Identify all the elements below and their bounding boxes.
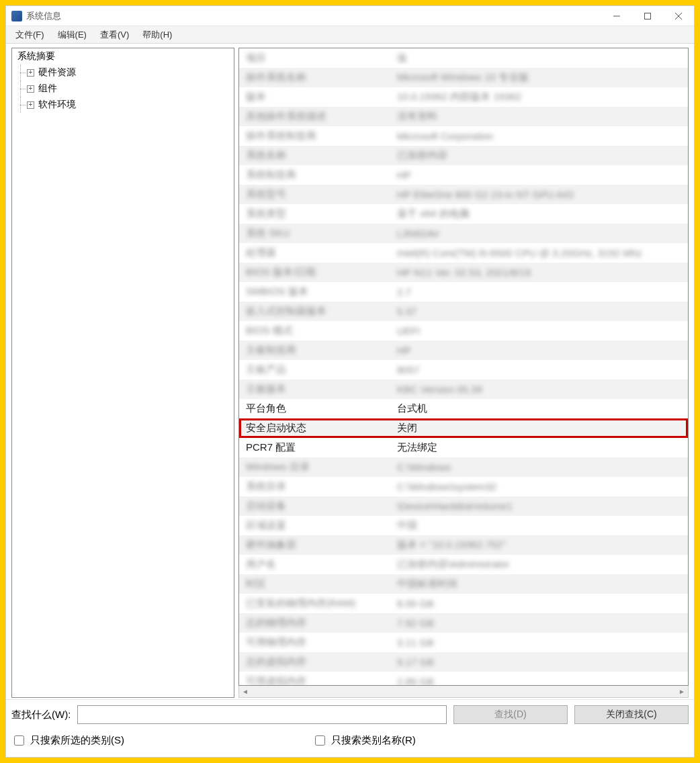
row-value: C:\Windows: [390, 457, 688, 477]
row-value: HP: [390, 165, 688, 185]
row-value: HP EliteOne 800 G2 23-in NT GPU AIO: [390, 185, 688, 204]
expand-icon[interactable]: +: [27, 85, 34, 93]
table-row[interactable]: 处理器Intel(R) Core(TM) i5-6500 CPU @ 3.20G…: [239, 243, 688, 263]
row-value: 版本 = "10.0.19362.752": [390, 535, 688, 555]
table-row[interactable]: 用户名已加密内容\Administrator: [239, 555, 688, 574]
tree-item-label: 硬件资源: [38, 66, 76, 79]
table-row[interactable]: Windows 目录C:\Windows: [239, 457, 688, 477]
table-row[interactable]: 总的物理内存7.92 GB: [239, 613, 688, 633]
tree-item-components[interactable]: + 组件: [12, 81, 234, 97]
table-row[interactable]: 其他操作系统描述没有资料: [239, 107, 688, 126]
table-row[interactable]: 系统制造商HP: [239, 165, 688, 185]
menu-view[interactable]: 查看(V): [93, 27, 136, 43]
close-find-button[interactable]: 关闭查找(C): [574, 705, 689, 724]
find-button[interactable]: 查找(D): [453, 705, 568, 724]
minimize-button[interactable]: [601, 6, 632, 26]
row-name: 主板制造商: [239, 341, 390, 360]
table-row[interactable]: 系统 SKUL3N92AV: [239, 224, 688, 243]
search-input[interactable]: [77, 705, 447, 724]
maximize-button[interactable]: [632, 6, 663, 26]
row-name: 时区: [239, 574, 390, 594]
only-selected-checkbox[interactable]: 只搜索所选的类别(S): [11, 733, 124, 748]
row-value: 台式机: [390, 399, 688, 418]
row-name: 用户名: [239, 555, 390, 574]
table-row[interactable]: 系统名称已加密内容: [239, 146, 688, 165]
only-selected-label: 只搜索所选的类别(S): [30, 734, 124, 747]
expand-icon[interactable]: +: [27, 69, 34, 77]
window-title: 系统信息: [26, 10, 61, 22]
tree-item-software-env[interactable]: + 软件环境: [12, 97, 234, 113]
table-row[interactable]: 时区中国标准时间: [239, 574, 688, 594]
row-name: 其他操作系统描述: [239, 107, 390, 126]
table-row[interactable]: 总的虚拟内存9.17 GB: [239, 652, 688, 672]
tree-root[interactable]: 系统摘要: [12, 48, 234, 64]
scroll-right-icon[interactable]: ►: [676, 686, 688, 697]
table-row[interactable]: BIOS 版本/日期HP N11 Ver. 02.53, 2021/8/19: [239, 263, 688, 282]
row-name: 系统名称: [239, 146, 390, 165]
row-name: 系统类型: [239, 204, 390, 224]
window: 系统信息 文件(F) 编辑(E) 查看(V) 帮助(H): [5, 5, 695, 758]
scroll-left-icon[interactable]: ◄: [239, 686, 251, 697]
horizontal-scrollbar[interactable]: ◄ ►: [238, 686, 689, 698]
search-bar: 查找什么(W): 查找(D) 关闭查找(C): [6, 699, 694, 729]
table-row[interactable]: 嵌入式控制器版本5.37: [239, 302, 688, 321]
row-name: 总的物理内存: [239, 613, 390, 633]
close-icon: [674, 12, 683, 20]
table-row[interactable]: PCR7 配置无法绑定: [239, 438, 688, 457]
table-row[interactable]: 硬件抽象层版本 = "10.0.19362.752": [239, 535, 688, 555]
only-names-label: 只搜索类别名称(R): [331, 734, 416, 747]
table-row[interactable]: 主板制造商HP: [239, 341, 688, 360]
menu-help[interactable]: 帮助(H): [136, 27, 179, 43]
checkbox[interactable]: [14, 735, 24, 746]
row-name: 处理器: [239, 243, 390, 263]
table-row[interactable]: 系统类型基于 x64 的电脑: [239, 204, 688, 224]
table-row[interactable]: 系统型号HP EliteOne 800 G2 23-in NT GPU AIO: [239, 185, 688, 204]
row-value: Microsoft Corporation: [390, 126, 688, 146]
row-name: 系统制造商: [239, 165, 390, 185]
table-row[interactable]: 项目值: [239, 48, 688, 68]
row-name: 项目: [239, 48, 390, 68]
row-name: 可用物理内存: [239, 633, 390, 652]
row-name: 可用虚拟内存: [239, 672, 390, 686]
category-tree[interactable]: 系统摘要 + 硬件资源 + 组件 + 软件环境: [11, 48, 234, 698]
row-value: 7.92 GB: [390, 613, 688, 633]
table-row[interactable]: 系统目录C:\Windows\system32: [239, 477, 688, 496]
row-value: 已加密内容\Administrator: [390, 555, 688, 574]
table-row[interactable]: SMBIOS 版本2.7: [239, 282, 688, 302]
search-options: 只搜索所选的类别(S) 只搜索类别名称(R): [6, 729, 694, 757]
table-row[interactable]: 启动设备\Device\HarddiskVolume1: [239, 496, 688, 516]
row-value: 关闭: [390, 418, 688, 438]
table-row[interactable]: 主板产品8057: [239, 360, 688, 379]
row-name: 操作系统名称: [239, 68, 390, 87]
table-row[interactable]: 区域设置中国: [239, 516, 688, 535]
checkbox[interactable]: [315, 735, 325, 746]
row-value: C:\Windows\system32: [390, 477, 688, 496]
row-value: 10.0.19362 内部版本 19362: [390, 87, 688, 107]
menu-edit[interactable]: 编辑(E): [51, 27, 93, 43]
app-icon: [11, 11, 22, 21]
table-row[interactable]: 平台角色台式机: [239, 399, 688, 418]
row-name: PCR7 配置: [239, 438, 390, 457]
table-row[interactable]: 可用虚拟内存2.89 GB: [239, 672, 688, 686]
table-row[interactable]: 操作系统制造商Microsoft Corporation: [239, 126, 688, 146]
close-button[interactable]: [663, 6, 694, 26]
row-name: 嵌入式控制器版本: [239, 302, 390, 321]
table-row[interactable]: BIOS 模式UEFI: [239, 321, 688, 341]
table-row[interactable]: 主板版本KBC Version 05.39: [239, 379, 688, 399]
details-pane[interactable]: 项目值操作系统名称Microsoft Windows 10 专业版版本10.0.…: [238, 48, 689, 686]
row-name: 安全启动状态: [239, 418, 390, 438]
only-names-checkbox[interactable]: 只搜索类别名称(R): [312, 733, 416, 748]
table-row[interactable]: 版本10.0.19362 内部版本 19362: [239, 87, 688, 107]
tree-item-hardware[interactable]: + 硬件资源: [12, 64, 234, 81]
row-value: 3.11 GB: [390, 633, 688, 652]
table-row[interactable]: 可用物理内存3.11 GB: [239, 633, 688, 652]
row-name: 主板产品: [239, 360, 390, 379]
table-row[interactable]: 操作系统名称Microsoft Windows 10 专业版: [239, 68, 688, 87]
row-value: 已加密内容: [390, 146, 688, 165]
row-name: 平台角色: [239, 399, 390, 418]
table-row[interactable]: 已安装的物理内存(RAM)8.00 GB: [239, 594, 688, 613]
menubar: 文件(F) 编辑(E) 查看(V) 帮助(H): [6, 26, 694, 44]
table-row[interactable]: 安全启动状态关闭: [239, 418, 688, 438]
menu-file[interactable]: 文件(F): [9, 27, 51, 43]
expand-icon[interactable]: +: [27, 101, 34, 109]
